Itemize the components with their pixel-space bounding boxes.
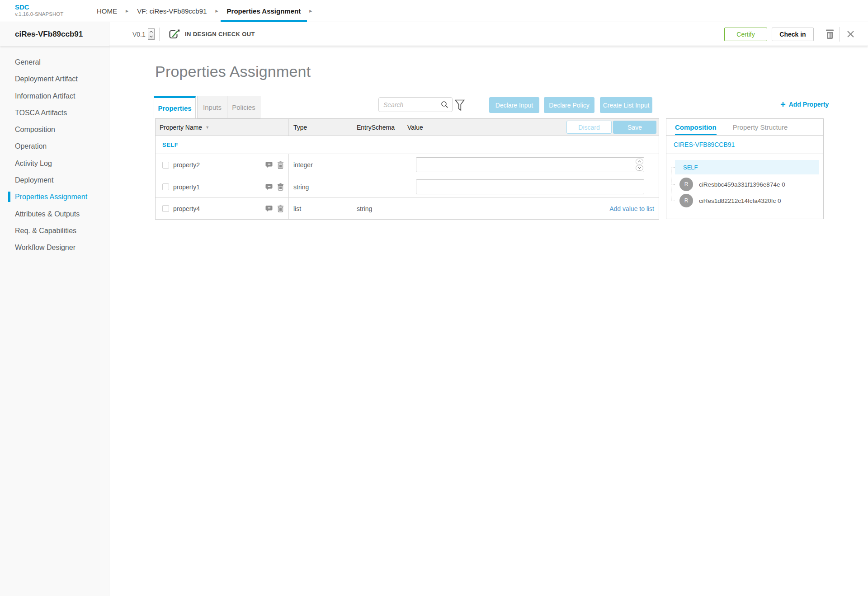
- sidebar-item-deployment[interactable]: Deployment: [0, 172, 109, 188]
- lifecycle-status-text: IN DESIGN CHECK OUT: [185, 31, 255, 38]
- lifecycle-status: IN DESIGN CHECK OUT: [168, 22, 255, 46]
- page-title: Properties Assignment: [155, 63, 311, 80]
- sidebar-item-activity-log[interactable]: Activity Log: [0, 155, 109, 172]
- property-name-cell: property2: [156, 154, 288, 176]
- toolbar-divider: [840, 27, 840, 42]
- value-input-wrapper: [416, 157, 644, 172]
- sidebar-item-operation[interactable]: Operation: [0, 138, 109, 155]
- filter-funnel-icon[interactable]: [455, 99, 465, 113]
- property-type-cell: list: [288, 198, 352, 219]
- tab-inputs[interactable]: Inputs: [197, 96, 227, 118]
- sdc-logo-version: v.1.16.0-SNAPSHOT: [15, 11, 63, 18]
- breadcrumb-arrow-icon: ▶: [123, 0, 131, 22]
- breadcrumb: HOME ▶ VF: ciRes-VFb89ccb91 ▶ Properties…: [90, 0, 314, 22]
- comment-icon[interactable]: [265, 161, 273, 169]
- sidebar-item-workflow-designer[interactable]: Workflow Designer: [0, 239, 109, 256]
- sidebar-item-composition[interactable]: Composition: [0, 121, 109, 138]
- search-icon[interactable]: [441, 101, 452, 108]
- property-entry-schema-cell: [352, 154, 403, 176]
- check-in-button[interactable]: Check in: [772, 28, 814, 41]
- number-spinner: [636, 159, 643, 171]
- add-value-to-list-link[interactable]: Add value to list: [609, 205, 659, 212]
- sidebar-item-properties-assignment[interactable]: Properties Assignment: [0, 188, 109, 205]
- delete-resource-button[interactable]: [825, 29, 835, 39]
- delete-property-icon[interactable]: [277, 161, 284, 169]
- tab-properties[interactable]: Properties: [154, 96, 196, 118]
- version-spinner[interactable]: [148, 28, 155, 40]
- row-actions: [265, 161, 284, 169]
- certify-button[interactable]: Certify: [724, 28, 767, 41]
- add-property-button[interactable]: + Add Property: [780, 100, 829, 109]
- version-selector[interactable]: V0.1: [132, 22, 155, 46]
- value-input-wrapper: [416, 179, 644, 194]
- property-value-cell: Add value to list: [403, 198, 659, 219]
- sidebar-menu: General Deployment Artifact Information …: [0, 46, 109, 256]
- resource-toolbar: ciRes-VFb89ccb91 V0.1 IN DESIGN CHECK OU…: [0, 22, 868, 46]
- breadcrumb-home[interactable]: HOME: [90, 0, 123, 22]
- table-row: property1 string: [156, 176, 659, 197]
- spinner-down-icon: [150, 34, 153, 38]
- property-value-cell: [403, 176, 659, 197]
- tree-node-instance[interactable]: R ciRes1d82212c14fcfa4320fc 0: [679, 194, 781, 207]
- tree-node-self[interactable]: SELF: [675, 160, 819, 174]
- tree-connector-line: [671, 167, 671, 201]
- sidebar-item-req-capabilities[interactable]: Req. & Capabilities: [0, 222, 109, 239]
- header-property-name[interactable]: Property Name ▼: [156, 119, 288, 136]
- tree-connector-stub: [671, 201, 675, 201]
- breadcrumb-vf[interactable]: VF: ciRes-VFb89ccb91: [131, 0, 213, 22]
- toolbar-actions: Certify Check in: [724, 22, 854, 46]
- row-checkbox[interactable]: [162, 183, 169, 190]
- self-group-label[interactable]: SELF: [162, 141, 178, 148]
- table-row: property2 integer: [156, 154, 659, 176]
- delete-property-icon[interactable]: [277, 205, 284, 212]
- header-entry-schema: EntrySchema: [352, 119, 403, 136]
- row-actions: [265, 205, 284, 212]
- property-name: property2: [173, 161, 265, 169]
- property-entry-schema-cell: [352, 176, 403, 197]
- table-header-actions: Discard Save: [566, 121, 656, 134]
- close-button[interactable]: [847, 30, 854, 38]
- row-actions: [265, 183, 284, 191]
- property-name-cell: property4: [156, 198, 288, 219]
- composition-root-node[interactable]: CIRES-VFB89CCB91: [666, 136, 823, 154]
- tree-connector-stub: [671, 167, 675, 168]
- property-name-cell: property1: [156, 176, 288, 197]
- tab-composition[interactable]: Composition: [675, 119, 717, 135]
- check-out-icon: [168, 29, 180, 40]
- row-checkbox[interactable]: [162, 205, 169, 212]
- row-checkbox[interactable]: [162, 162, 169, 169]
- sidebar-item-attributes-outputs[interactable]: Attributes & Outputs: [0, 206, 109, 222]
- sdc-logo[interactable]: SDC v.1.16.0-SNAPSHOT: [15, 3, 63, 18]
- increment-button[interactable]: [636, 159, 643, 164]
- tab-property-structure[interactable]: Property Structure: [733, 119, 788, 135]
- sort-descending-icon: ▼: [205, 125, 209, 130]
- delete-property-icon[interactable]: [277, 183, 284, 191]
- plus-icon: +: [780, 100, 786, 109]
- decrement-button[interactable]: [636, 165, 643, 171]
- property-entry-schema-cell: string: [352, 198, 403, 219]
- declare-policy-button[interactable]: Declare Policy: [544, 97, 594, 113]
- sidebar-item-general[interactable]: General: [0, 54, 109, 70]
- declare-input-button[interactable]: Declare Input: [489, 97, 539, 113]
- property-name: property1: [173, 183, 265, 191]
- search-input[interactable]: [379, 101, 441, 108]
- left-navigation-sidebar: General Deployment Artifact Information …: [0, 46, 109, 596]
- property-value-input[interactable]: [416, 183, 644, 191]
- table-header-row: Property Name ▼ Type EntrySchema Value D…: [156, 119, 659, 136]
- sdc-logo-name: SDC: [15, 3, 63, 11]
- sidebar-item-tosca-artifacts[interactable]: TOSCA Artifacts: [0, 104, 109, 121]
- sidebar-item-deployment-artifact[interactable]: Deployment Artifact: [0, 70, 109, 87]
- composition-tree: SELF R ciResbbc459a331f1396e874e 0 R ciR…: [666, 154, 823, 218]
- tab-policies[interactable]: Policies: [227, 96, 260, 118]
- tree-node-instance[interactable]: R ciResbbc459a331f1396e874e 0: [679, 178, 785, 191]
- comment-icon[interactable]: [265, 183, 273, 191]
- comment-icon[interactable]: [265, 205, 273, 212]
- property-value-input[interactable]: [416, 161, 636, 169]
- create-list-input-button[interactable]: Create List Input: [600, 97, 652, 113]
- breadcrumb-properties-assignment[interactable]: Properties Assignment: [221, 0, 307, 22]
- discard-button[interactable]: Discard: [566, 121, 612, 134]
- save-button[interactable]: Save: [613, 121, 656, 134]
- version-label: V0.1: [132, 31, 146, 38]
- sidebar-item-information-artifact[interactable]: Information Artifact: [0, 88, 109, 104]
- close-icon: [847, 30, 854, 38]
